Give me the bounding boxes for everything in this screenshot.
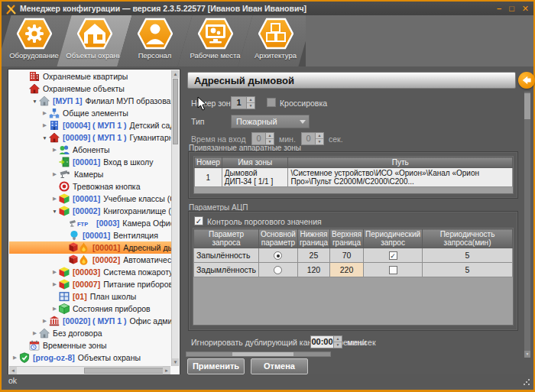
resize-grip[interactable] xyxy=(523,378,530,386)
tree-item[interactable]: ▶Состояния приборов xyxy=(9,303,171,315)
expander-open-icon[interactable]: ▼ xyxy=(31,99,39,104)
expander-closed-icon[interactable]: ▶ xyxy=(41,110,49,116)
periodic-checkbox-cell[interactable]: ✓ xyxy=(364,248,423,263)
tree-hscroll-thumb[interactable] xyxy=(84,368,168,374)
tree-item[interactable]: [00001]Адресный дымовой xyxy=(9,241,171,254)
panel-vscroll-thumb[interactable] xyxy=(524,93,530,119)
ignore-time-stepper[interactable]: 00:00 ▲▼ xyxy=(310,335,342,348)
scroll-right-icon[interactable]: ► xyxy=(163,367,170,374)
scroll-down-icon[interactable]: ▼ xyxy=(172,358,179,366)
expander-closed-icon[interactable]: ▶ xyxy=(41,122,49,128)
tree-item[interactable]: ▶Без договора xyxy=(9,327,171,339)
panel-hscroll-thumb[interactable] xyxy=(232,352,293,356)
tree-item[interactable]: ▶[prog-oz-8]Объекты охраны xyxy=(9,352,171,364)
tree-item[interactable]: ▶Камеры xyxy=(9,168,171,180)
hw-col-header[interactable]: Имя зоны xyxy=(222,157,288,168)
expander-closed-icon[interactable]: ▶ xyxy=(50,171,59,177)
scroll-up-icon[interactable]: ▲ xyxy=(172,70,179,78)
stepper-arrows-icon[interactable]: ▲▼ xyxy=(333,336,342,348)
period-value-cell[interactable]: 5 xyxy=(423,248,513,263)
primary-radio-cell[interactable] xyxy=(259,263,298,277)
crossing-checkbox[interactable] xyxy=(267,98,276,107)
tree-item[interactable]: ▶[00004] ( МУП 1 )Детский сад "Рябинка" xyxy=(9,119,171,131)
tree-item[interactable]: ▼[00002]Книгохранилище (С2000-КДЛ) xyxy=(9,205,171,217)
periodic-checkbox[interactable]: ✓ xyxy=(389,251,397,260)
stepper-arrows-icon[interactable]: ▲▼ xyxy=(246,97,255,109)
toolbar-button-5[interactable]: Архитектура xyxy=(245,15,306,66)
expander-closed-icon[interactable]: ▶ xyxy=(50,196,59,202)
tree-item[interactable]: ▼[МУП 1]Филиал МУП образования МО Орехов… xyxy=(9,95,171,107)
panel-vertical-scrollbar[interactable]: ▼ xyxy=(524,92,530,358)
expander-closed-icon[interactable]: ▶ xyxy=(41,318,49,324)
tree-item[interactable]: Временные зоны xyxy=(9,339,171,352)
toolbar-button-2[interactable]: Объекты охраны xyxy=(64,15,125,66)
tree-vscroll-thumb[interactable] xyxy=(173,79,178,144)
tree-item[interactable]: Тревожная кнопка xyxy=(9,180,171,193)
periodic-checkbox-cell[interactable] xyxy=(364,263,423,277)
tree-vertical-scrollbar[interactable]: ▲ ▼ xyxy=(171,70,179,366)
type-select[interactable]: Пожарный xyxy=(231,115,310,128)
maximize-button[interactable]: □ xyxy=(509,3,514,14)
tree-item[interactable]: [00002]Автоматический пламени xyxy=(9,254,171,266)
entry-seconds-stepper[interactable]: 0 ▲▼ xyxy=(301,132,324,145)
back-button[interactable] xyxy=(518,72,535,89)
stepper-arrows-icon[interactable]: ▲▼ xyxy=(265,133,274,144)
scroll-left-icon[interactable]: ◄ xyxy=(9,367,17,374)
expander-closed-icon[interactable]: ▶ xyxy=(31,330,39,336)
period-value-cell[interactable]: 5 xyxy=(423,263,513,277)
toolbar-button-3[interactable]: Персонал xyxy=(125,15,185,66)
toolbar-button-1[interactable]: Оборудование xyxy=(4,15,64,66)
high-bound-cell[interactable]: 220 xyxy=(330,263,364,277)
tree-item[interactable]: Охраняемые квартиры xyxy=(9,70,171,83)
minimize-button[interactable]: – xyxy=(497,3,501,14)
adc-col-header[interactable]: Основной параметр xyxy=(259,229,298,248)
primary-radio[interactable] xyxy=(274,266,282,274)
expander-closed-icon[interactable]: ▶ xyxy=(11,355,19,361)
adc-col-header[interactable]: Периодичность запроса(мин) xyxy=(423,229,513,248)
primary-radio-cell[interactable] xyxy=(259,248,298,263)
table-row[interactable]: Задымлённость1202205 xyxy=(194,263,513,277)
hw-col-header[interactable]: Путь xyxy=(288,157,513,168)
panel-horizontal-scrollbar[interactable] xyxy=(186,352,331,357)
tree-item[interactable]: FTP[0003]Камера Офис FTP xyxy=(9,217,171,229)
expander-closed-icon[interactable]: ▶ xyxy=(50,269,59,275)
low-bound-cell[interactable]: 120 xyxy=(297,263,329,277)
tree-item[interactable]: [01]План школы xyxy=(9,290,171,303)
tree-horizontal-scrollbar[interactable]: ◄ ► xyxy=(9,366,170,374)
expander-open-icon[interactable]: ▼ xyxy=(41,135,49,141)
periodic-checkbox[interactable] xyxy=(389,266,397,274)
tree-item[interactable]: ▶[00007]Питание приборов xyxy=(9,278,171,290)
tree-item[interactable]: [00001]Вентиляция xyxy=(9,229,171,241)
threshold-control-checkbox[interactable]: ✓ xyxy=(194,216,203,225)
scroll-down-icon[interactable]: ▼ xyxy=(524,351,530,358)
expander-closed-icon[interactable]: ▶ xyxy=(50,147,59,153)
hw-col-header[interactable]: Номер xyxy=(195,157,222,168)
adc-col-header[interactable]: Периодический запрос xyxy=(364,229,423,248)
tree-item[interactable]: ▶[00001]Учебные классы (Сигнал 10) xyxy=(9,193,171,205)
adc-col-header[interactable]: Параметр запроса xyxy=(194,229,259,248)
table-row[interactable]: 1Дымовой ДИП-34 [ 1/1 ]\Системное устрой… xyxy=(195,168,513,187)
tree-item[interactable]: ▼[00009] ( МУП 1 )Гуманитарный лицей № 9 xyxy=(9,131,171,144)
adc-col-header[interactable]: Верхняя граница xyxy=(330,229,364,248)
expander-closed-icon[interactable]: ▶ xyxy=(50,306,59,312)
close-button[interactable]: ✕ xyxy=(522,3,529,14)
apply-button[interactable]: Применить xyxy=(187,358,245,374)
tree-item[interactable]: ▶[00003]Система пожаротушения (АСПТ) xyxy=(9,266,171,278)
table-row[interactable]: Запылённость2570✓5 xyxy=(194,248,513,263)
tree-item[interactable]: ▶[00020] ( МУП 1 )Офис администрации упр… xyxy=(9,315,171,327)
cancel-button[interactable]: Отмена xyxy=(251,358,308,374)
tree-item[interactable]: ▶Абоненты xyxy=(9,144,171,156)
toolbar-button-4[interactable]: Рабочие места xyxy=(185,15,245,66)
zone-number-stepper[interactable]: 1 ▲▼ xyxy=(231,96,255,109)
adc-col-header[interactable]: Нижняя граница xyxy=(297,229,329,248)
tree-item-label: Питание приборов xyxy=(103,280,171,289)
high-bound-cell[interactable]: 70 xyxy=(330,248,364,263)
tree-item[interactable]: ▶Общие элементы xyxy=(9,107,171,119)
tree-item[interactable]: [00001]Вход в школу xyxy=(9,156,171,168)
stepper-arrows-icon[interactable]: ▲▼ xyxy=(315,133,323,144)
expander-closed-icon[interactable]: ▶ xyxy=(50,281,59,287)
tree-item[interactable]: Охраняемые объекты xyxy=(9,83,171,95)
primary-radio[interactable] xyxy=(274,251,282,260)
expander-open-icon[interactable]: ▼ xyxy=(50,209,59,214)
low-bound-cell[interactable]: 25 xyxy=(297,248,329,263)
